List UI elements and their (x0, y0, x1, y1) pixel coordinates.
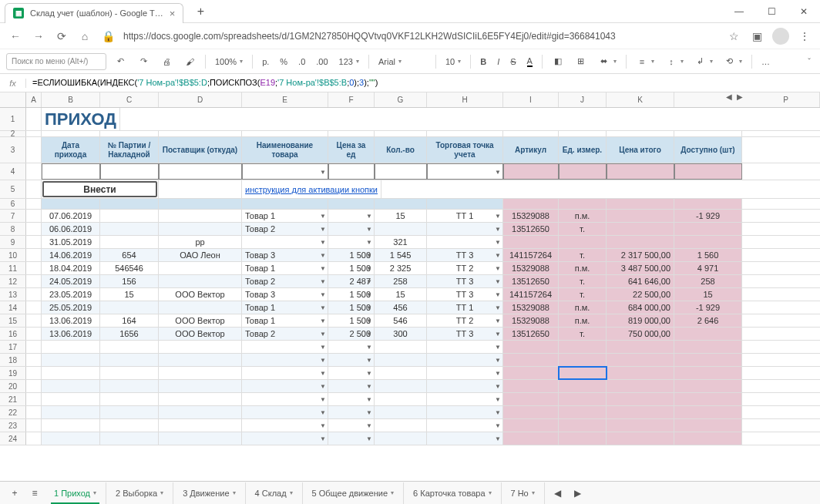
zoom-select[interactable]: 100% (212, 53, 246, 70)
empty-cell[interactable]: ▼ (427, 380, 503, 392)
cell-supplier[interactable]: рр (159, 236, 242, 248)
browser-tab[interactable]: ▦ Склад учет (шаблон) - Google Т… × (5, 3, 183, 23)
dropdown-icon[interactable]: ▼ (366, 357, 372, 364)
empty-cell[interactable] (559, 354, 607, 366)
empty-cell[interactable]: ▼ (328, 380, 375, 392)
empty-cell[interactable] (375, 406, 427, 418)
add-sheet-button[interactable]: + (5, 483, 25, 503)
empty-cell[interactable] (42, 432, 100, 445)
dec-decrease-button[interactable]: .0 (295, 53, 308, 70)
dropdown-icon[interactable]: ▼ (495, 304, 501, 311)
empty-cell[interactable] (100, 432, 159, 445)
cell-qty[interactable]: 546 (375, 314, 427, 327)
empty-cell[interactable]: ▼ (242, 367, 328, 379)
empty-cell[interactable] (100, 367, 159, 379)
dropdown-icon[interactable]: ▼ (320, 344, 326, 351)
cell-batch[interactable]: 654 (100, 249, 159, 261)
sheet-tab-menu-icon[interactable]: ▾ (160, 489, 163, 496)
empty-cell[interactable] (42, 341, 100, 353)
halign-button[interactable]: ≡ (633, 53, 657, 70)
maximize-button[interactable]: ☐ (755, 1, 788, 22)
empty-cell[interactable] (503, 341, 559, 353)
cell-article[interactable]: 141157264 (503, 288, 559, 301)
dropdown-icon[interactable]: ▼ (320, 357, 326, 364)
instruction-link[interactable]: инструкция для активации кнопки (245, 185, 378, 194)
cell-date[interactable]: 13.06.2019 (42, 328, 100, 340)
cell-unit[interactable]: т. (559, 328, 607, 340)
cell-price[interactable]: 1 500▼ (328, 314, 375, 327)
empty-cell[interactable]: ▼ (242, 380, 328, 392)
cell-point[interactable]: ТТ 3▼ (427, 275, 503, 287)
empty-cell[interactable] (559, 432, 607, 445)
cell-total[interactable] (607, 223, 674, 235)
input-D[interactable] (159, 163, 242, 180)
cell-qty[interactable] (375, 223, 427, 235)
sheet-tab-menu-icon[interactable]: ▾ (391, 489, 394, 496)
cell-date[interactable]: 24.05.2019 (42, 275, 100, 287)
cell-supplier[interactable] (159, 275, 242, 287)
empty-cell[interactable] (159, 354, 242, 366)
cell-batch[interactable] (100, 236, 159, 248)
cell-point[interactable]: ▼ (427, 223, 503, 235)
cell-price[interactable]: 2 500▼ (328, 328, 375, 340)
cell-avail[interactable]: 4 971 (674, 262, 742, 274)
empty-cell[interactable] (607, 341, 674, 353)
col-H[interactable]: H (427, 92, 503, 107)
cell-product[interactable]: Товар 3▼ (242, 249, 328, 261)
empty-cell[interactable] (674, 380, 742, 392)
row-header[interactable]: 11 (0, 262, 26, 274)
col-F[interactable]: F (328, 92, 375, 107)
menu-button[interactable]: ⋮ (797, 30, 812, 42)
dropdown-icon[interactable]: ▼ (366, 396, 372, 403)
input-E[interactable]: ▼ (242, 163, 328, 180)
sheet-tab[interactable]: 1 Приход▾ (45, 482, 106, 504)
cell-product[interactable]: Товар 1▼ (242, 314, 328, 327)
empty-cell[interactable] (674, 406, 742, 418)
cell-price[interactable]: 1 500▼ (328, 301, 375, 314)
cell-unit[interactable]: п.м. (559, 314, 607, 327)
empty-cell[interactable] (159, 432, 242, 445)
scroll-tabs-right[interactable]: ▶ (568, 483, 588, 503)
dropdown-icon[interactable]: ▼ (495, 278, 501, 285)
empty-cell[interactable] (100, 419, 159, 432)
empty-cell[interactable] (375, 367, 427, 379)
cell-date[interactable]: 13.06.2019 (42, 314, 100, 327)
cell-product[interactable]: ▼ (242, 236, 328, 248)
calc-P[interactable] (674, 163, 742, 180)
cell-point[interactable]: ▼ (427, 236, 503, 248)
dropdown-icon[interactable]: ▼ (366, 370, 372, 377)
bold-button[interactable]: B (477, 53, 489, 70)
font-size-select[interactable]: 10 (442, 53, 464, 70)
cell-batch[interactable] (100, 223, 159, 235)
dropdown-icon[interactable]: ▼ (495, 396, 501, 403)
empty-cell[interactable]: ▼ (427, 406, 503, 418)
sheet-tab-menu-icon[interactable]: ▾ (290, 489, 293, 496)
cell-batch[interactable]: 156 (100, 275, 159, 287)
dropdown-icon[interactable]: ▼ (495, 357, 501, 364)
percent-button[interactable]: % (277, 53, 291, 70)
cell-total[interactable] (607, 236, 674, 248)
cell-unit[interactable] (559, 236, 607, 248)
empty-cell[interactable] (375, 354, 427, 366)
empty-cell[interactable] (100, 354, 159, 366)
row-header[interactable]: 4 (0, 163, 26, 180)
row-header[interactable]: 7 (0, 210, 26, 222)
dropdown-icon[interactable]: ▼ (366, 383, 372, 390)
cell-supplier[interactable]: ОАО Леон (159, 249, 242, 261)
empty-cell[interactable] (42, 419, 100, 432)
dropdown-icon[interactable]: ▼ (320, 435, 326, 442)
expand-toolbar-button[interactable]: ˇ (805, 53, 814, 70)
col-A[interactable]: A (26, 92, 42, 107)
number-format-select[interactable]: 123 (336, 53, 362, 70)
row-header[interactable]: 16 (0, 328, 26, 340)
empty-cell[interactable]: ▼ (242, 419, 328, 432)
menu-search[interactable]: Поиск по меню (Alt+/) (6, 53, 106, 70)
empty-cell[interactable] (607, 432, 674, 445)
cast-button[interactable]: ▣ (749, 30, 765, 42)
cell-total[interactable] (607, 210, 674, 222)
empty-cell[interactable] (674, 367, 742, 379)
empty-cell[interactable] (375, 380, 427, 392)
empty-cell[interactable]: ▼ (328, 354, 375, 366)
cell-batch[interactable]: 164 (100, 314, 159, 327)
dropdown-icon[interactable]: ▼ (366, 409, 372, 416)
